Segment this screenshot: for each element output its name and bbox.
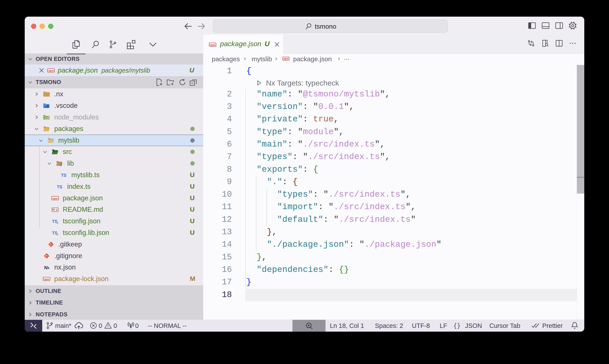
svg-text:npm: npm xyxy=(52,197,58,200)
svg-text:npm: npm xyxy=(44,278,49,280)
svg-text:TS: TS xyxy=(61,173,66,178)
svg-text:npm: npm xyxy=(48,69,53,72)
svg-text:JS: JS xyxy=(46,117,48,119)
svg-text:npm: npm xyxy=(284,57,288,60)
svg-text:</>: </> xyxy=(53,152,57,155)
svg-text:TS: TS xyxy=(57,184,62,189)
svg-text:N: N xyxy=(44,265,48,270)
svg-text:npm: npm xyxy=(210,43,215,46)
